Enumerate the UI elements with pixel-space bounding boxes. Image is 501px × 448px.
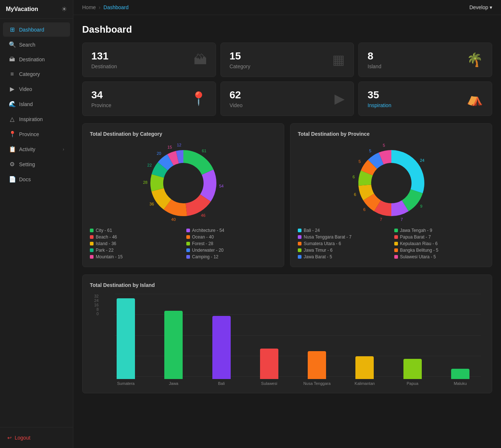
donut-label: 12 <box>177 143 181 147</box>
bar-fill[interactable] <box>308 351 326 379</box>
donut-label: 7 <box>380 217 382 222</box>
legend-dot <box>394 229 398 232</box>
stat-card-inspiration: 35 Inspiration ⛺ <box>358 81 492 116</box>
legend-dot <box>298 229 301 232</box>
nav-label: Category <box>19 71 40 77</box>
legend-text: Bangka Belitung - 5 <box>400 248 439 253</box>
nav-icon: ≡ <box>9 71 15 77</box>
legend-item: Kepulauan Riau - 6 <box>394 241 485 246</box>
stat-number: 15 <box>230 50 251 62</box>
bar-fill[interactable] <box>260 349 278 379</box>
sidebar-item-setting[interactable]: ⚙ Setting <box>3 157 70 171</box>
stat-icon: ▶ <box>334 91 345 106</box>
donut-label: 6 <box>354 192 356 197</box>
nav-label: Province <box>19 131 39 137</box>
y-axis-label: 8 <box>90 307 99 312</box>
bar-y-axis: 32241680 <box>90 294 99 325</box>
develop-button[interactable]: Develop ▾ <box>469 4 492 10</box>
legend-province: Bali - 24 Jawa Tengah - 9 Nusa Tenggara … <box>298 228 484 259</box>
donut-label: 20 <box>157 151 161 156</box>
stat-label: Inspiration <box>367 102 391 108</box>
bar-fill[interactable] <box>403 359 422 379</box>
bar-group-papua: Papua <box>392 359 433 386</box>
breadcrumb-current: Dashboard <box>103 4 129 10</box>
legend-dot <box>298 235 301 239</box>
bar-x-label: Nusa Tenggara <box>303 381 330 386</box>
legend-text: Architecture - 54 <box>192 228 224 233</box>
sidebar-item-inspiration[interactable]: △ Inspiration <box>3 112 70 126</box>
bar-fill[interactable] <box>355 356 374 379</box>
nav-label: Search <box>19 42 35 48</box>
logout-button[interactable]: ↩ Logout <box>4 432 69 444</box>
nav-icon: ⊞ <box>9 26 15 33</box>
stat-info: 15 Category <box>230 50 251 69</box>
stat-card-category: 15 Category ▦ <box>220 43 354 77</box>
logout-label: Logout <box>15 435 30 441</box>
chart-island: Total Destination by Island 32241680 Sum… <box>82 274 492 393</box>
legend-dot <box>394 242 398 245</box>
legend-text: Mountain - 15 <box>96 254 122 259</box>
sidebar-item-category[interactable]: ≡ Category <box>3 67 70 81</box>
stat-card-destination: 131 Destination 🏔 <box>82 43 216 77</box>
legend-text: Nusa Tenggara Barat - 7 <box>304 234 352 240</box>
sidebar-item-destination[interactable]: 🏔 Destination <box>3 52 70 66</box>
bar-x-label: Sulawesi <box>261 381 277 386</box>
bar-x-label: Kalimantan <box>355 381 375 386</box>
stat-card-video: 62 Video ▶ <box>220 81 354 116</box>
y-axis-label: 32 <box>90 294 99 298</box>
bar-chart-inner: SumateraJawaBaliSulawesiNusa TenggaraKal… <box>102 294 484 386</box>
chart-province: Total Destination by Province 2497766655… <box>290 123 492 267</box>
donut-label: 22 <box>147 163 151 167</box>
donut-label: 5 <box>369 149 371 153</box>
legend-dot <box>186 248 190 252</box>
nav-label: Destination <box>19 57 45 62</box>
sidebar-item-activity[interactable]: 📋 Activity › <box>3 142 70 156</box>
stat-label: Video <box>230 102 243 108</box>
legend-dot <box>298 255 301 259</box>
settings-icon[interactable]: ☀ <box>61 5 67 13</box>
sidebar-item-video[interactable]: ▶ Video <box>3 82 70 96</box>
stat-number: 8 <box>367 50 381 62</box>
sidebar-item-search[interactable]: 🔍 Search <box>3 37 70 52</box>
nav-icon: 🔍 <box>9 41 15 48</box>
nav-icon: 🏔 <box>9 56 15 63</box>
chart-category: Total Destination by Category 6154464036… <box>82 123 284 267</box>
bar-x-label: Maluku <box>454 381 467 386</box>
page-title: Dashboard <box>82 24 492 35</box>
legend-text: Bali - 24 <box>304 228 320 233</box>
sidebar-item-island[interactable]: 🌊 Island <box>3 97 70 111</box>
app-name: MyVacation <box>6 6 38 12</box>
stat-info: 62 Video <box>230 89 243 108</box>
legend-item: Beach - 46 <box>90 234 180 240</box>
bar-fill[interactable] <box>451 369 469 379</box>
sidebar-item-dashboard[interactable]: ⊞ Dashboard <box>3 22 70 37</box>
donut-label: 46 <box>201 213 205 218</box>
bar-group-kalimantan: Kalimantan <box>344 356 385 386</box>
bar-group-nusa tenggara: Nusa Tenggara <box>296 351 337 386</box>
donut-province-container: 24977666555 Bali - 24 Jawa Tengah - 9 Nu… <box>298 143 484 259</box>
bar-fill[interactable] <box>212 316 231 379</box>
breadcrumb-sep1: › <box>99 4 100 10</box>
bar-chart-wrap: SumateraJawaBaliSulawesiNusa TenggaraKal… <box>102 294 484 386</box>
y-axis-label: 24 <box>90 298 99 303</box>
sidebar-bottom: ↩ Logout <box>0 427 73 448</box>
develop-label: Develop <box>469 4 488 10</box>
bar-x-label: Bali <box>218 381 224 386</box>
donut-label: 15 <box>167 145 172 149</box>
sidebar-item-docs[interactable]: 📄 Docs <box>3 172 70 186</box>
dashboard-content: Dashboard 131 Destination 🏔 15 Category … <box>73 15 501 448</box>
donut-province-svg: 24977666555 <box>351 143 432 223</box>
bar-fill[interactable] <box>117 298 135 379</box>
stat-label: Category <box>230 63 251 69</box>
stat-label: Island <box>367 63 381 69</box>
sidebar-item-province[interactable]: 📍 Province <box>3 127 70 141</box>
nav-label: Activity <box>19 146 35 152</box>
bar-x-label: Jawa <box>169 381 179 386</box>
legend-dot <box>186 229 190 232</box>
stat-icon: 📍 <box>190 91 207 106</box>
breadcrumb-home[interactable]: Home <box>82 4 96 10</box>
legend-dot <box>298 242 301 245</box>
bar-fill[interactable] <box>164 311 183 379</box>
donut-label: 9 <box>420 204 422 208</box>
bar-x-label: Papua <box>407 381 418 386</box>
